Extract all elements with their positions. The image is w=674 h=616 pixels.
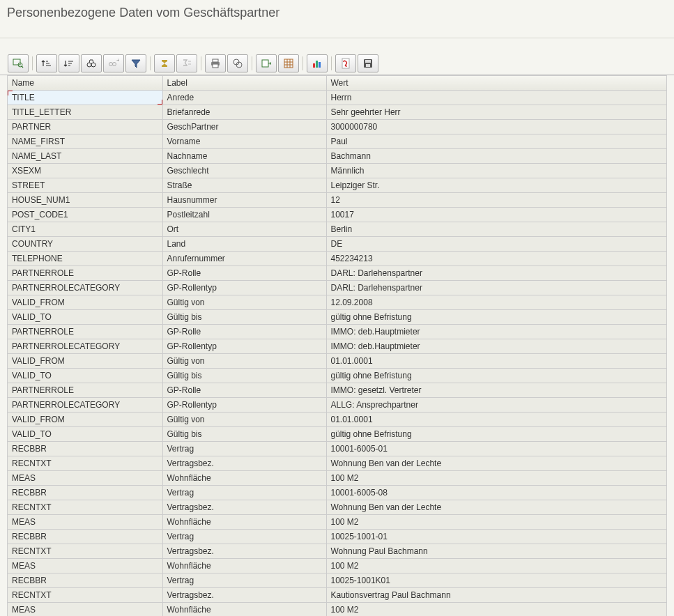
cell-value[interactable]: 01.01.0001	[326, 354, 667, 369]
view-button[interactable]	[227, 54, 248, 72]
find-next-button[interactable]: +	[103, 54, 124, 72]
cell-value[interactable]: Bachmann	[326, 149, 667, 164]
cell-label[interactable]: Anrede	[162, 91, 326, 105]
cell-name[interactable]: MEAS	[8, 603, 162, 617]
table-row[interactable]: PARTNERROLEGP-RolleDARL: Darlehenspartne…	[8, 266, 667, 281]
cell-label[interactable]: Land	[162, 237, 326, 252]
cell-label[interactable]: GP-Rolle	[162, 383, 326, 398]
col-header-value[interactable]: Wert	[326, 76, 667, 91]
cell-label[interactable]: Gültig von	[162, 413, 326, 427]
table-row[interactable]: VALID_TOGültig bisgültig ohne Befristung	[8, 369, 667, 383]
cell-label[interactable]: Gültig von	[162, 295, 326, 310]
cell-name[interactable]: RECBBR	[8, 573, 162, 588]
table-row[interactable]: RECBBRVertrag10025-1001-01	[8, 530, 667, 544]
table-row[interactable]: MEASWohnfläche100 M2	[8, 515, 667, 530]
table-row[interactable]: RECBBRVertrag10001-6005-08	[8, 486, 667, 500]
cell-name[interactable]: RECNTXT	[8, 588, 162, 603]
cell-value[interactable]: 10001-6005-01	[326, 442, 667, 456]
cell-name[interactable]: PARTNERROLECATEGORY	[8, 281, 162, 295]
cell-value[interactable]: IMMO: deb.Hauptmieter	[326, 339, 667, 354]
cell-value[interactable]: 100 M2	[326, 559, 667, 573]
cell-name[interactable]: PARTNERROLECATEGORY	[8, 398, 162, 413]
cell-label[interactable]: Geschlecht	[162, 164, 326, 178]
cell-label[interactable]: Gültig bis	[162, 427, 326, 442]
cell-value[interactable]: 10025-1001K01	[326, 573, 667, 588]
cell-name[interactable]: TITLE_LETTER	[8, 105, 162, 120]
col-header-name[interactable]: Name	[8, 76, 162, 91]
cell-name[interactable]: POST_CODE1	[8, 208, 162, 222]
cell-value[interactable]: IMMO: gesetzl. Vertreter	[326, 383, 667, 398]
cell-name[interactable]: MEAS	[8, 471, 162, 486]
cell-value[interactable]: 3000000780	[326, 120, 667, 134]
pdf-button[interactable]	[335, 54, 356, 72]
print-button[interactable]	[205, 54, 226, 72]
sort-asc-button[interactable]	[36, 54, 57, 72]
cell-name[interactable]: RECBBR	[8, 530, 162, 544]
cell-value[interactable]: 100 M2	[326, 515, 667, 530]
cell-name[interactable]: CITY1	[8, 222, 162, 237]
table-row[interactable]: NAME_LASTNachnameBachmann	[8, 149, 667, 164]
cell-value[interactable]: 100 M2	[326, 471, 667, 486]
table-row[interactable]: RECNTXTVertragsbez.Wohnung Ben van der L…	[8, 500, 667, 515]
cell-value[interactable]: Leipziger Str.	[326, 178, 667, 193]
table-row[interactable]: RECBBRVertrag10001-6005-01	[8, 442, 667, 456]
cell-value[interactable]: 100 M2	[326, 603, 667, 617]
table-row[interactable]: PARTNERROLEGP-RolleIMMO: deb.Hauptmieter	[8, 325, 667, 339]
cell-name[interactable]: HOUSE_NUM1	[8, 193, 162, 208]
cell-label[interactable]: GP-Rollentyp	[162, 398, 326, 413]
cell-label[interactable]: Postleitzahl	[162, 208, 326, 222]
table-row[interactable]: VALID_FROMGültig von12.09.2008	[8, 295, 667, 310]
cell-label[interactable]: GP-Rolle	[162, 325, 326, 339]
cell-label[interactable]: Vertragsbez.	[162, 588, 326, 603]
cell-label[interactable]: Vertragsbez.	[162, 544, 326, 559]
table-row[interactable]: STREETStraßeLeipziger Str.	[8, 178, 667, 193]
cell-name[interactable]: COUNTRY	[8, 237, 162, 252]
cell-value[interactable]: 12.09.2008	[326, 295, 667, 310]
cell-value[interactable]: gültig ohne Befristung	[326, 369, 667, 383]
cell-label[interactable]: Vertrag	[162, 530, 326, 544]
cell-label[interactable]: GP-Rolle	[162, 266, 326, 281]
table-row[interactable]: RECNTXTVertragsbez.Wohnung Ben van der L…	[8, 456, 667, 471]
cell-label[interactable]: GeschPartner	[162, 120, 326, 134]
cell-name[interactable]: NAME_LAST	[8, 149, 162, 164]
cell-value[interactable]: 10017	[326, 208, 667, 222]
cell-value[interactable]: Kautionsvertrag Paul Bachmann	[326, 588, 667, 603]
cell-name[interactable]: VALID_FROM	[8, 413, 162, 427]
cell-value[interactable]: gültig ohne Befristung	[326, 427, 667, 442]
data-grid[interactable]: Name Label Wert TITLEAnredeHerrnTITLE_LE…	[7, 75, 667, 616]
table-row[interactable]: RECNTXTVertragsbez.Kautionsvertrag Paul …	[8, 588, 667, 603]
cell-value[interactable]: DARL: Darlehenspartner	[326, 281, 667, 295]
cell-label[interactable]: GP-Rollentyp	[162, 339, 326, 354]
cell-name[interactable]: PARTNERROLE	[8, 266, 162, 281]
cell-value[interactable]: 12	[326, 193, 667, 208]
cell-value[interactable]: DARL: Darlehenspartner	[326, 266, 667, 281]
cell-name[interactable]: VALID_FROM	[8, 354, 162, 369]
cell-label[interactable]: Vertragsbez.	[162, 456, 326, 471]
table-row[interactable]: RECBBRVertrag10025-1001K01	[8, 573, 667, 588]
cell-value[interactable]: Berlin	[326, 222, 667, 237]
cell-name[interactable]: RECBBR	[8, 442, 162, 456]
table-row[interactable]: VALID_FROMGültig von01.01.0001	[8, 354, 667, 369]
table-row[interactable]: HOUSE_NUM1Hausnummer12	[8, 193, 667, 208]
table-row[interactable]: TITLEAnredeHerrn	[8, 91, 667, 105]
table-row[interactable]: XSEXMGeschlechtMännlich	[8, 164, 667, 178]
cell-name[interactable]: STREET	[8, 178, 162, 193]
cell-value[interactable]: IMMO: deb.Hauptmieter	[326, 325, 667, 339]
cell-label[interactable]: Gültig von	[162, 354, 326, 369]
table-row[interactable]: MEASWohnfläche100 M2	[8, 559, 667, 573]
cell-label[interactable]: Anrufernummer	[162, 252, 326, 266]
cell-label[interactable]: Vertrag	[162, 573, 326, 588]
cell-label[interactable]: GP-Rollentyp	[162, 281, 326, 295]
table-row[interactable]: VALID_TOGültig bisgültig ohne Befristung	[8, 310, 667, 325]
cell-value[interactable]: Paul	[326, 134, 667, 149]
cell-value[interactable]: ALLG: Ansprechpartner	[326, 398, 667, 413]
cell-name[interactable]: RECNTXT	[8, 456, 162, 471]
find-button[interactable]	[81, 54, 102, 72]
col-header-label[interactable]: Label	[162, 76, 326, 91]
cell-value[interactable]: 452234213	[326, 252, 667, 266]
cell-name[interactable]: RECNTXT	[8, 500, 162, 515]
cell-value[interactable]: DE	[326, 237, 667, 252]
layout-button[interactable]	[278, 54, 299, 72]
chart-button[interactable]	[307, 54, 328, 72]
table-row[interactable]: PARTNERROLECATEGORYGP-RollentypALLG: Ans…	[8, 398, 667, 413]
